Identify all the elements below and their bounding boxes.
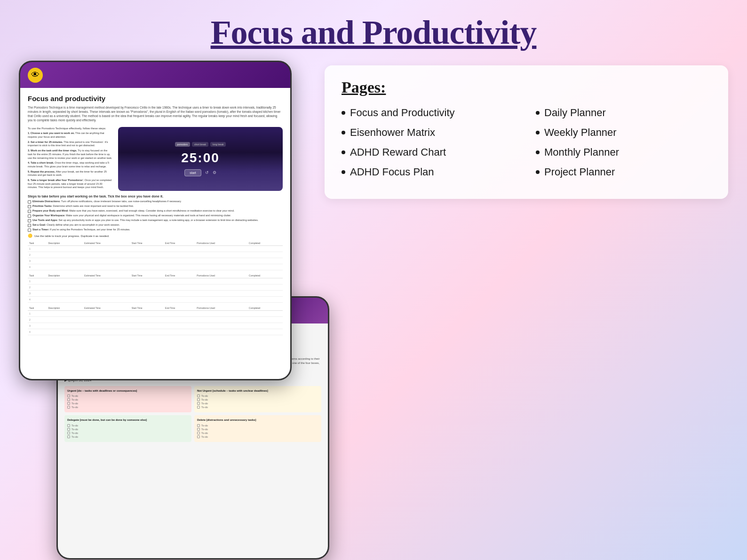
bullet-icon xyxy=(536,111,540,115)
col-comp: Completed xyxy=(247,241,283,246)
todo-text: To-do xyxy=(72,406,78,409)
col-end: End Time xyxy=(164,241,195,246)
table-row: 1 xyxy=(28,278,283,284)
todo-checkbox[interactable] xyxy=(67,428,70,431)
todo-text: To-do xyxy=(201,394,208,397)
bullet-icon xyxy=(342,111,345,115)
todo-text: To-do xyxy=(201,432,208,434)
pages-columns: Focus and Productivity Eisenhower Matrix… xyxy=(342,107,711,186)
checkbox-4[interactable] xyxy=(28,214,31,218)
todo-checkbox[interactable] xyxy=(67,424,70,427)
todo-text: To-do xyxy=(201,406,208,409)
not-urgent-title: Not Urgent [schedule – tasks with unclea… xyxy=(197,389,318,393)
tablet1-title: Focus and productivity xyxy=(28,95,283,103)
todo-checkbox[interactable] xyxy=(197,432,200,434)
pages-item-text-2: Eisenhower Matrix xyxy=(350,126,435,139)
eye-icon: 👁 xyxy=(28,68,43,83)
tab-pomodoro[interactable]: pomodoro xyxy=(175,142,191,147)
table-row: 4 xyxy=(28,264,283,270)
todo-text: To-do xyxy=(201,424,208,427)
delete-todo-3: To-do xyxy=(197,432,318,434)
check-text-2: Prioritize Tasks: Determine which tasks … xyxy=(32,205,134,208)
urgent-todo-3: To-do xyxy=(67,402,189,405)
right-panel: Pages: Focus and Productivity Eisenhower… xyxy=(325,61,728,560)
not-urgent-todo-3: To-do xyxy=(197,402,318,405)
todo-checkbox[interactable] xyxy=(67,398,70,401)
col-start: Start Time xyxy=(130,241,164,246)
todo-checkbox[interactable] xyxy=(197,402,200,405)
bullet-icon xyxy=(536,131,540,134)
tab-short-break[interactable]: short break xyxy=(192,142,208,147)
todo-text: To-do xyxy=(72,394,78,397)
todo-checkbox[interactable] xyxy=(197,406,200,409)
pages-item-5: Daily Planner xyxy=(536,107,711,119)
check-item-5: Use Tools and Apps: Set up any productiv… xyxy=(28,219,283,222)
check-item-1: Eliminate Distractions: Turn off phone n… xyxy=(28,200,283,204)
timer-settings-icon[interactable]: ⚙ xyxy=(213,170,216,175)
check-text-1: Eliminate Distractions: Turn off phone n… xyxy=(32,200,182,204)
main-content: 👁 Focus and productivity The Pomodoro Te… xyxy=(0,61,747,560)
bullet-icon xyxy=(536,170,540,174)
tab-long-break[interactable]: long break xyxy=(210,142,226,147)
col-desc: Description xyxy=(47,241,83,246)
todo-checkbox[interactable] xyxy=(67,406,70,409)
tablet1-middle: To use the Pomodoro Technique effectivel… xyxy=(28,127,283,191)
checkbox-1[interactable] xyxy=(28,200,31,204)
quadrant-urgent: Urgent [do – tasks with deadlines or con… xyxy=(64,386,191,412)
table-row: 4 xyxy=(28,297,283,303)
checkbox-3[interactable] xyxy=(28,210,31,213)
todo-checkbox[interactable] xyxy=(197,428,200,431)
bullet-icon xyxy=(342,131,345,134)
tablet1-steps: To use the Pomodoro Technique effectivel… xyxy=(28,127,112,191)
todo-checkbox[interactable] xyxy=(197,394,200,397)
timer-controls: start ↺ ⚙ xyxy=(184,169,216,176)
start-button[interactable]: start xyxy=(184,169,201,176)
quadrant-delete: Delete [distractions and unnecessary tas… xyxy=(194,415,321,442)
table-row: 2 xyxy=(28,252,283,258)
todo-checkbox[interactable] xyxy=(67,394,70,397)
delegate-todo-4: To-do xyxy=(67,435,189,438)
pages-item-6: Weekly Planner xyxy=(536,126,711,139)
table-section-1: Task Description Estimated Time Start Ti… xyxy=(28,241,283,335)
checkbox-7[interactable] xyxy=(28,229,31,232)
delete-title: Delete [distractions and unnecessary tas… xyxy=(197,418,318,422)
step-5: 5. Repeat the process. After your break,… xyxy=(28,170,112,177)
todo-checkbox[interactable] xyxy=(197,398,200,401)
pages-col-left: Focus and Productivity Eisenhower Matrix… xyxy=(342,107,517,186)
pages-item-3: ADHD Reward Chart xyxy=(342,146,517,158)
table-note: 🟡 Use the table to track your progress. … xyxy=(28,234,283,238)
check-text-3: Prepare your Body and Mind: Make sure th… xyxy=(32,209,234,213)
col-task: Task xyxy=(28,241,47,246)
delete-todo-1: To-do xyxy=(197,424,318,427)
step-4: 4. Take a short break. Once the timer ri… xyxy=(28,161,112,168)
step-1: 1. Choose a task you want to work on. Th… xyxy=(28,132,112,139)
todo-text: To-do xyxy=(72,402,78,405)
checkbox-5[interactable] xyxy=(28,219,31,222)
delegate-todo-3: To-do xyxy=(67,432,189,434)
todo-checkbox[interactable] xyxy=(67,435,70,438)
urgent-todo-2: To-do xyxy=(67,398,189,401)
pages-item-text-3: ADHD Reward Chart xyxy=(350,146,446,158)
quadrant-not-urgent: Not Urgent [schedule – tasks with unclea… xyxy=(194,386,321,412)
pages-item-8: Project Planner xyxy=(536,166,711,178)
timer-refresh-icon[interactable]: ↺ xyxy=(205,170,209,175)
not-urgent-todo-2: To-do xyxy=(197,398,318,401)
tablets-area: 👁 Focus and productivity The Pomodoro Te… xyxy=(19,61,310,560)
checklist-section: Steps to take before you start working o… xyxy=(28,195,283,232)
pages-item-7: Monthly Planner xyxy=(536,146,711,158)
col-pomo: Pomodoros Used xyxy=(195,241,247,246)
pages-item-2: Eisenhower Matrix xyxy=(342,126,517,139)
matrix-grid: Urgent [do – tasks with deadlines or con… xyxy=(64,386,321,442)
tablet1-description: The Pomodoro Technique is a time managem… xyxy=(28,105,283,122)
checkbox-2[interactable] xyxy=(28,205,31,208)
urgent-todo-1: To-do xyxy=(67,394,189,397)
todo-checkbox[interactable] xyxy=(67,402,70,405)
col-est: Estimated Time xyxy=(83,241,130,246)
not-urgent-todo-4: To-do xyxy=(197,406,318,409)
todo-checkbox[interactable] xyxy=(197,435,200,438)
todo-checkbox[interactable] xyxy=(67,432,70,434)
pages-item-text-8: Project Planner xyxy=(544,166,615,178)
todo-checkbox[interactable] xyxy=(197,424,200,427)
pages-item-text-4: ADHD Focus Plan xyxy=(350,166,434,178)
checkbox-6[interactable] xyxy=(28,224,31,227)
